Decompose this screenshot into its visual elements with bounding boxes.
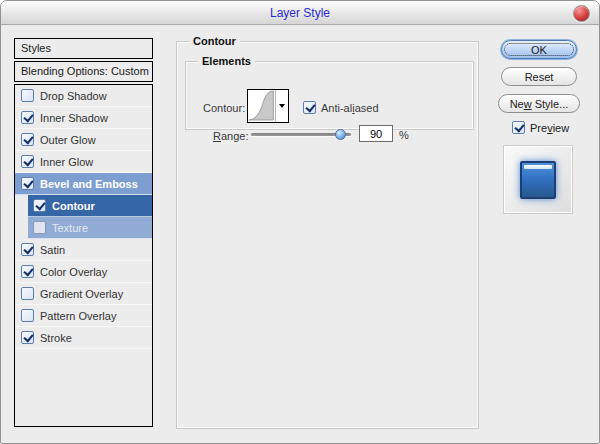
effect-checkbox[interactable]: [33, 221, 46, 234]
effect-checkbox[interactable]: [21, 265, 34, 278]
contour-picker-label: Contour:: [203, 102, 245, 114]
sidebar-item-drop-shadow[interactable]: Drop Shadow: [15, 85, 152, 107]
sidebar-item-stroke[interactable]: Stroke: [15, 327, 152, 349]
sidebar-item-contour[interactable]: Contour: [28, 195, 152, 217]
sidebar-item-gradient-overlay[interactable]: Gradient Overlay: [15, 283, 152, 305]
effect-label: Inner Glow: [40, 156, 93, 168]
dialog-title: Layer Style: [270, 6, 330, 20]
ok-button[interactable]: OK: [501, 40, 577, 59]
range-input[interactable]: [359, 125, 393, 142]
blending-options-label: Blending Options: Custom: [21, 65, 149, 77]
effect-checkbox[interactable]: [21, 331, 34, 344]
range-label: Range:: [213, 130, 248, 142]
contour-panel: Contour Elements Contour: Anti-aliased R…: [176, 41, 479, 429]
elements-group-title: Elements: [198, 55, 255, 67]
range-unit-label: %: [399, 129, 409, 141]
effect-checkbox[interactable]: [21, 177, 34, 190]
contour-picker[interactable]: [247, 89, 289, 123]
sidebar-item-outer-glow[interactable]: Outer Glow: [15, 129, 152, 151]
preview-label: Preview: [530, 122, 569, 134]
effect-checkbox[interactable]: [21, 287, 34, 300]
elements-group: Elements Contour: Anti-aliased Range: %: [185, 61, 474, 130]
sidebar-item-inner-glow[interactable]: Inner Glow: [15, 151, 152, 173]
styles-header-label: Styles: [21, 42, 51, 54]
preview-checkbox[interactable]: [512, 121, 525, 134]
new-style-button[interactable]: New Style...: [498, 94, 580, 113]
effect-label: Gradient Overlay: [40, 288, 123, 300]
effect-checkbox[interactable]: [21, 309, 34, 322]
sidebar-item-pattern-overlay[interactable]: Pattern Overlay: [15, 305, 152, 327]
effect-label: Pattern Overlay: [40, 310, 116, 322]
title-bar[interactable]: Layer Style: [1, 1, 599, 25]
effect-label: Texture: [52, 222, 88, 234]
antialiased-checkbox[interactable]: [303, 101, 316, 114]
effect-label: Color Overlay: [40, 266, 107, 278]
sidebar-item-bevel-and-emboss[interactable]: Bevel and Emboss: [15, 173, 152, 195]
effect-checkbox[interactable]: [21, 133, 34, 146]
sidebar-item-color-overlay[interactable]: Color Overlay: [15, 261, 152, 283]
effect-checkbox[interactable]: [33, 199, 46, 212]
effect-label: Drop Shadow: [40, 90, 107, 102]
layer-style-dialog: Layer Style Styles Blending Options: Cus…: [0, 0, 600, 444]
styles-list: Drop Shadow Inner Shadow Outer Glow Inne…: [14, 84, 153, 427]
effect-label: Contour: [52, 200, 95, 212]
contour-dropdown-button[interactable]: [275, 90, 288, 122]
effect-label: Stroke: [40, 332, 72, 344]
effect-label: Bevel and Emboss: [40, 178, 138, 190]
close-icon[interactable]: [573, 5, 590, 22]
reset-button[interactable]: Reset: [501, 67, 577, 86]
effect-label: Outer Glow: [40, 134, 96, 146]
antialiased-label: Anti-aliased: [321, 102, 379, 114]
sidebar-item-inner-shadow[interactable]: Inner Shadow: [15, 107, 152, 129]
effect-label: Inner Shadow: [40, 112, 108, 124]
sidebar-item-blending-options[interactable]: Blending Options: Custom: [14, 61, 153, 82]
preview-gloss-highlight: [524, 165, 552, 169]
style-preview-swatch: [520, 161, 556, 199]
effect-checkbox[interactable]: [21, 243, 34, 256]
style-preview-panel: [504, 146, 572, 213]
effect-label: Satin: [40, 244, 65, 256]
effect-checkbox[interactable]: [21, 89, 34, 102]
styles-header: Styles: [14, 38, 153, 59]
sidebar-item-texture[interactable]: Texture: [28, 217, 152, 239]
panel-title: Contour: [189, 35, 240, 47]
sidebar-item-satin[interactable]: Satin: [15, 239, 152, 261]
effect-checkbox[interactable]: [21, 111, 34, 124]
effect-checkbox[interactable]: [21, 155, 34, 168]
contour-curve-icon: [248, 90, 275, 122]
range-slider-thumb[interactable]: [335, 129, 346, 140]
chevron-down-icon: [279, 104, 285, 108]
range-slider[interactable]: [251, 129, 351, 141]
